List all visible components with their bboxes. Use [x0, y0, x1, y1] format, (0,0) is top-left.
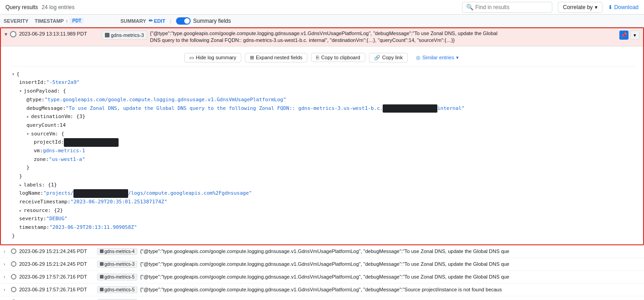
row-timestamp: 2023-06-29 15:21:24.245 PDT — [19, 248, 94, 254]
row-resource-tag: gdns-metrics-3 — [97, 261, 137, 268]
row-severity-icon — [11, 274, 16, 279]
row-resource-icon — [100, 249, 104, 253]
resource-tag-icon — [105, 33, 109, 37]
json-debugmessage: debugMessage: "To use Zonal DNS, update … — [12, 104, 636, 113]
search-icon: 🔍 — [466, 4, 473, 10]
json-insertid: insertId: "-5texr2a9" — [12, 78, 636, 87]
log-row[interactable]: › 2023-06-29 17:57:26.716 PDT gdns-metri… — [0, 271, 644, 284]
find-input[interactable] — [475, 4, 548, 10]
entry-resource-tag: gdns-metrics-3 — [102, 31, 147, 40]
download-button[interactable]: ⬇ Download — [608, 4, 639, 10]
col-timestamp: TIMESTAMP ↑ PDT — [35, 18, 117, 24]
pencil-icon: ✏ — [149, 18, 153, 24]
log-row[interactable]: › 2023-06-29 15:21:24.245 PDT gdns-metri… — [0, 245, 644, 258]
json-logname: logName: "projects/ /logs/compute.google… — [12, 189, 636, 198]
entry-summary-text: {"@type":"type.googleapis.com/google.com… — [150, 30, 617, 44]
json-zone: zone: "us-west1-a" — [12, 155, 636, 164]
row-severity-icon — [11, 287, 16, 292]
copy-to-clipboard-button[interactable]: ⎘ Copy to clipboard — [311, 53, 365, 62]
json-sourcevm-close: } — [12, 164, 636, 172]
expand-row-icon[interactable]: › — [4, 262, 8, 267]
row-summary-text: {"@type":"type.googleapis.com/google.com… — [140, 261, 640, 267]
correlate-by-button[interactable]: Correlate by ▾ — [558, 2, 602, 13]
timezone-selector[interactable]: PDT — [70, 18, 83, 24]
json-root-open: ▾ { — [12, 70, 636, 79]
hide-summary-icon: ▭ — [189, 55, 194, 61]
top-toolbar: Query results 24 log entries 🔍 Correlate… — [0, 0, 644, 15]
entry-timestamp: 2023-06-29 13:13:11.989 PDT — [19, 31, 99, 36]
json-resource: ▸ resource: {2} — [12, 207, 636, 215]
row-timestamp: 2023-06-29 17:57:26.716 PDT — [19, 274, 94, 279]
row-timestamp: 2023-06-29 15:21:24.245 PDT — [19, 261, 94, 267]
more-options-button[interactable]: ▾ — [630, 31, 639, 40]
expand-icon: ⊞ — [250, 55, 254, 61]
chevron-down-icon: ▾ — [456, 55, 459, 61]
row-timestamp: 2023-06-29 17:57:26.716 PDT — [19, 287, 94, 292]
json-labels: ▸ labels: {1} — [12, 181, 636, 190]
json-jsonpayload-open: ▾ jsonPayload: { — [12, 87, 636, 96]
row-severity-icon — [11, 261, 16, 267]
expanded-entry-content: ▭ Hide log summary ⊞ Expand nested field… — [1, 46, 643, 244]
row-severity-icon — [11, 248, 16, 254]
similar-entries-button[interactable]: ◎ Similar entries ▾ — [411, 53, 463, 62]
log-row[interactable]: › 2023-06-29 17:57:26.716 PDT gdns-metri… — [0, 284, 644, 296]
expand-labels-icon[interactable]: ▸ — [19, 181, 22, 189]
expand-dest-icon[interactable]: ▸ — [26, 113, 29, 120]
find-in-results-container: 🔍 — [462, 2, 552, 13]
redacted-block-2 — [64, 138, 118, 147]
log-count: 24 log entries — [42, 4, 74, 10]
row-resource-tag: gdns-metrics-5 — [97, 274, 137, 280]
expand-row-icon[interactable]: › — [4, 249, 8, 254]
download-label: Download — [614, 4, 639, 10]
column-headers: SEVERITY TIMESTAMP ↑ PDT SUMMARY ✏ EDIT … — [0, 15, 644, 27]
copy-link-button[interactable]: 🔗 Copy link — [369, 53, 408, 62]
log-row[interactable]: › 2023-06-29 15:21:24.245 PDT gdns-metri… — [0, 258, 644, 271]
collapse-arrow-icon[interactable]: ▾ — [5, 31, 7, 37]
summary-fields-toggle[interactable]: Summary fields — [176, 17, 231, 25]
hide-log-summary-button[interactable]: ▭ Hide log summary — [184, 53, 241, 62]
log-rows-container: › 2023-06-29 15:21:24.245 PDT gdns-metri… — [0, 245, 644, 300]
json-severity: severity: "DEBUG" — [12, 215, 636, 223]
chevron-down-icon: ▾ — [595, 4, 597, 10]
json-sourcevm-open: ▾ sourceVm: { — [12, 130, 636, 139]
expand-row-icon[interactable]: › — [4, 274, 8, 279]
row-summary-text: {"@type":"type.googleapis.com/google.com… — [140, 287, 640, 292]
col-severity: SEVERITY — [4, 18, 31, 24]
log-row[interactable]: › 2023-06-29 17:57:26.716 PDT gdns-metri… — [0, 296, 644, 300]
row-resource-icon — [100, 275, 104, 279]
expand-root-icon[interactable]: ▾ — [12, 70, 15, 78]
correlate-label: Correlate by — [563, 4, 592, 10]
row-summary-text: {"@type":"type.googleapis.com/google.com… — [140, 248, 640, 254]
content-toolbar: ▭ Hide log summary ⊞ Expand nested field… — [12, 50, 636, 67]
json-vm: vm: gdns-metrics-1 — [12, 147, 636, 155]
pin-button[interactable]: 📌 — [619, 31, 628, 40]
row-resource-icon — [100, 262, 104, 266]
edit-summary-button[interactable]: ✏ EDIT — [149, 18, 165, 24]
redacted-block-3 — [73, 189, 128, 198]
json-tree: ▾ { insertId: "-5texr2a9" ▾ jsonPayload:… — [12, 70, 636, 241]
link-icon: 🔗 — [374, 55, 380, 61]
expand-row-icon[interactable]: › — [4, 287, 8, 292]
redacted-block-1 — [383, 104, 437, 113]
row-resource-tag: gdns-metrics-4 — [97, 248, 137, 255]
json-timestamp: timestamp: "2023-06-29T20:13:11.909058Z" — [12, 223, 636, 232]
expanded-log-entry: ▾ 2023-06-29 13:13:11.989 PDT gdns-metri… — [0, 27, 644, 245]
expand-nested-button[interactable]: ⊞ Expand nested fields — [245, 53, 307, 62]
json-type: @type: "type.googleapis.com/google.compu… — [12, 96, 636, 104]
copy-icon: ⎘ — [316, 55, 319, 60]
col-summary: SUMMARY ✏ EDIT | Summary fields — [120, 17, 640, 25]
expand-payload-icon[interactable]: ▾ — [19, 87, 22, 95]
expanded-entry-header[interactable]: ▾ 2023-06-29 13:13:11.989 PDT gdns-metri… — [1, 28, 643, 46]
json-root-close: } — [12, 232, 636, 241]
severity-icon-debug — [10, 31, 16, 37]
similar-icon: ◎ — [416, 55, 421, 61]
row-summary-text: {"@type":"type.googleapis.com/google.com… — [140, 274, 640, 279]
log-entries-container: ▾ 2023-06-29 13:13:11.989 PDT gdns-metri… — [0, 27, 644, 300]
download-icon: ⬇ — [608, 4, 613, 10]
expand-sourcevm-icon[interactable]: ▾ — [26, 130, 29, 138]
sort-ascending-icon[interactable]: ↑ — [66, 18, 68, 24]
toggle-pill[interactable] — [176, 17, 191, 25]
query-results-label: Query results — [5, 4, 38, 10]
expand-resource-icon[interactable]: ▸ — [19, 207, 22, 214]
entry-actions: 📌 ▾ — [619, 31, 639, 40]
